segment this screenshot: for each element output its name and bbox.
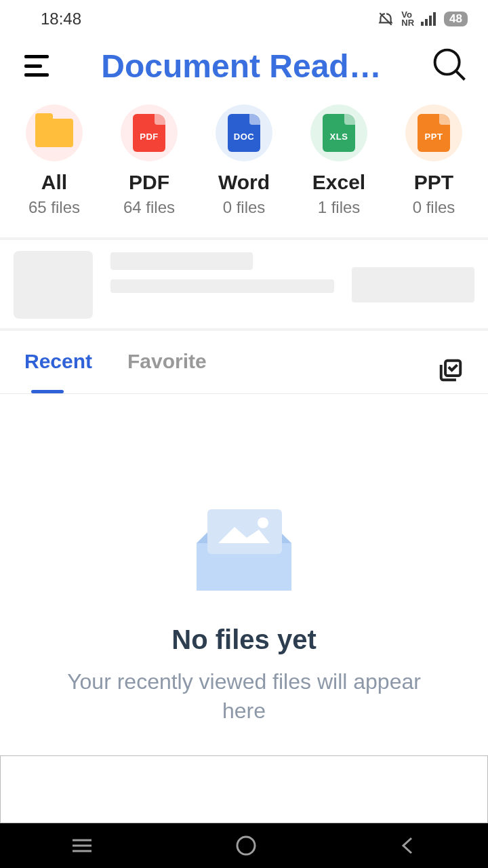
tabs: Recent Favorite [0,331,488,393]
excel-icon: XLS [310,104,367,161]
empty-illustration [183,502,305,597]
search-icon[interactable] [431,46,468,85]
header: Document Read… [0,33,488,92]
category-count: 0 files [413,198,455,217]
category-count: 1 files [318,198,361,217]
mute-icon [377,10,394,28]
empty-state: No files yet Your recently viewed files … [0,394,488,726]
loading-skeleton [0,240,488,328]
category-label: Word [218,171,270,194]
status-right: VoNR 48 [377,10,468,28]
status-bar: 18:48 VoNR 48 [0,0,488,33]
category-count: 65 files [28,198,80,217]
svg-rect-3 [433,12,436,26]
category-label: All [41,171,67,194]
category-word[interactable]: DOCWord0 files [200,104,288,217]
skeleton-box [14,251,93,319]
svg-rect-1 [425,19,428,26]
android-nav-bar [0,823,488,868]
ppt-icon: PPT [405,104,462,161]
status-time: 18:48 [41,9,81,28]
tab-recent[interactable]: Recent [24,350,92,393]
category-all[interactable]: All65 files [10,104,98,217]
svg-rect-0 [421,22,424,26]
svg-point-14 [237,837,255,854]
skeleton-button [352,267,474,302]
svg-rect-2 [429,16,432,26]
vo-nr-label: VoNR [401,11,414,26]
tab-favorite[interactable]: Favorite [127,350,207,393]
category-label: PDF [129,171,169,194]
ad-banner[interactable] [0,755,488,823]
back-icon[interactable] [398,835,418,856]
category-ppt[interactable]: PPTPPT0 files [390,104,478,217]
category-label: Excel [312,171,365,194]
folder-icon [26,104,83,161]
category-pdf[interactable]: PDFPDF64 files [105,104,193,217]
category-count: 64 files [123,198,175,217]
svg-rect-8 [207,509,282,554]
category-count: 0 files [223,198,266,217]
word-icon: DOC [216,104,272,161]
battery-level: 48 [444,12,468,26]
skeleton-lines [110,251,334,293]
pdf-icon: PDF [121,104,178,161]
app-title: Document Read… [65,47,418,85]
category-excel[interactable]: XLSExcel1 files [295,104,383,217]
category-row: All65 filesPDFPDF64 filesDOCWord0 filesX… [0,92,488,237]
svg-point-9 [258,517,268,528]
recents-icon[interactable] [70,837,94,854]
multiselect-icon[interactable] [438,357,464,386]
empty-title: No files yet [171,625,316,655]
category-label: PPT [414,171,453,194]
home-icon[interactable] [235,834,258,857]
svg-point-4 [435,50,460,75]
signal-icon [421,12,437,26]
empty-subtitle: Your recently viewed files will appear h… [61,667,427,726]
menu-icon[interactable] [24,55,52,77]
